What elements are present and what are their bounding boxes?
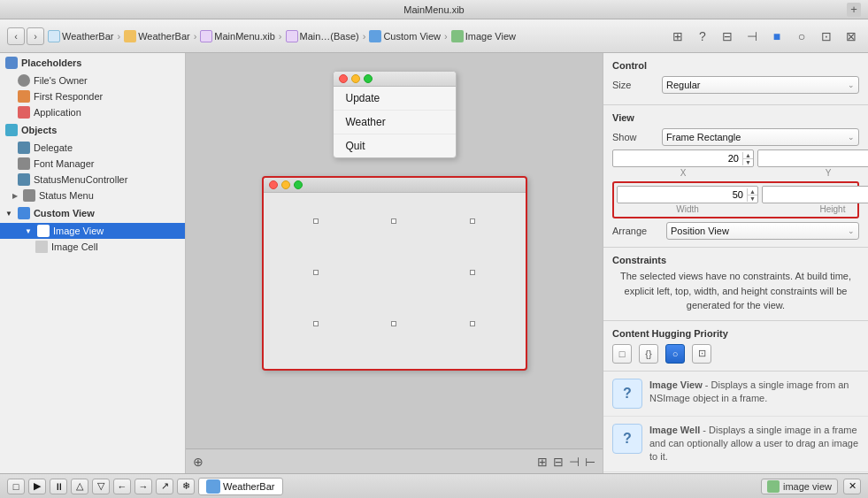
breadcrumb-image-view[interactable]: Image View [451,30,516,42]
sidebar-item-first-responder[interactable]: First Responder [0,88,185,104]
weatherbar-app-label[interactable]: WeatherBar [198,478,283,495]
toolbar-layout-button[interactable]: ⊟ [718,27,737,46]
catalog-image-well-desc: Image Well - Displays a single image in … [649,424,859,464]
size-select[interactable]: Regular ⌄ [662,76,859,94]
sidebar-item-font-manager[interactable]: Font Manager [0,156,185,172]
nav-forward-button[interactable]: › [27,27,44,45]
objects-label: Objects [21,125,57,135]
folder-icon [124,30,136,42]
statusbar-btn-1[interactable]: □ [7,479,25,494]
breadcrumb-label: Image View [465,31,516,42]
sidebar-item-delegate[interactable]: Delegate [0,140,185,156]
statusbar-btn-6[interactable]: ← [113,479,131,494]
height-input[interactable] [763,189,868,200]
breadcrumb-weatherbar-folder[interactable]: WeatherBar [124,30,190,42]
x-group: ▲ ▼ X [612,149,754,178]
close-dot[interactable] [339,74,348,83]
resize-handle-ml[interactable] [313,270,319,275]
show-value: Frame Rectangle [666,132,741,142]
custom-view-label: Custom View [34,208,95,218]
toolbar-box-button[interactable]: ⊠ [841,27,861,46]
breadcrumb-mainmenu-xib[interactable]: MainMenu.xib [200,30,274,42]
resize-handle-center [391,270,396,275]
max-dot[interactable] [364,74,373,83]
x-stepper: ▲ ▼ [742,152,753,165]
add-tab-button[interactable]: + [847,3,861,17]
delegate-icon [18,142,30,154]
width-input[interactable] [618,189,747,200]
y-label: Y [757,168,868,178]
sidebar-group-status-menu[interactable]: ▶ Status Menu [0,188,185,203]
resize-handle-tc[interactable] [391,218,396,224]
width-stepper-up[interactable]: ▲ [748,188,757,195]
catalog-item-image-well[interactable]: ? Image Well - Displays a single image i… [603,417,868,472]
toolbar-grid2-button[interactable]: ⊡ [817,27,836,46]
menu-item-quit[interactable]: Quit [334,134,456,157]
hug-icon-curly[interactable]: {} [639,344,658,364]
breadcrumb-main-base[interactable]: Main…(Base) [286,30,359,42]
toolbar-help-button[interactable]: ? [693,27,712,46]
toolbar-grid-button[interactable]: ⊞ [668,27,687,46]
close-dot2[interactable] [269,180,278,189]
x-stepper-up[interactable]: ▲ [743,152,753,159]
x-stepper-down[interactable]: ▼ [743,159,753,165]
hug-icon-rect[interactable]: □ [612,344,632,364]
resize-handle-tr[interactable] [470,218,475,224]
statusbar-btn-8[interactable]: ↗ [156,479,173,494]
sidebar-item-status-menu-controller[interactable]: StatusMenuController [0,172,185,188]
image-view-sidebar-icon [37,225,50,237]
nav-back-button[interactable]: ‹ [7,27,25,45]
min-dot2[interactable] [281,180,290,189]
collapse-button[interactable]: ⊢ [585,455,595,469]
resize-handle-br[interactable] [470,321,475,326]
resize-handle-tl[interactable] [313,218,319,224]
toolbar-circle-button[interactable]: ○ [792,27,811,46]
breadcrumb-label: WeatherBar [138,31,190,42]
add-object-button[interactable]: ⊕ [193,455,204,469]
statusbar-btn-3[interactable]: ⏸ [50,479,67,494]
sidebar-item-files-owner[interactable]: File's Owner [0,73,185,88]
min-dot[interactable] [351,74,360,83]
hug-icon-grid[interactable]: ⊡ [692,344,711,364]
max-dot2[interactable] [294,180,303,189]
breadcrumb-label: WeatherBar [62,31,114,42]
breadcrumb-weatherbar-xib[interactable]: WeatherBar [48,30,114,42]
statusbar-btn-2[interactable]: ▶ [28,479,46,494]
statusbar-btn-4[interactable]: △ [71,479,88,494]
resize-handle-mr[interactable] [470,270,475,275]
width-stepper-down[interactable]: ▼ [748,195,757,202]
toolbar-highlight-button[interactable]: ■ [767,27,787,46]
catalog-item-image-view[interactable]: ? Image View - Displays a single image f… [603,372,868,417]
breadcrumb-custom-view[interactable]: Custom View [369,30,441,42]
hug-icon-circle[interactable]: ○ [665,344,685,364]
statusbar-btn-9[interactable]: ❄ [177,479,195,494]
resize-handle-bl[interactable] [313,321,319,326]
expand-button[interactable]: ⊣ [569,455,580,469]
objects-header: Objects [0,120,185,140]
resize-handle-bc[interactable] [391,321,396,326]
breadcrumb-label: Main…(Base) [300,31,359,42]
question-icon: ? [623,431,632,447]
breadcrumb-label: MainMenu.xib [214,31,274,42]
width-label: Width [617,204,758,214]
arrange-select[interactable]: Position View ⌄ [666,222,859,240]
statusbar-btn-5[interactable]: ▽ [92,479,110,494]
x-input[interactable] [613,153,742,164]
menu-item-update[interactable]: Update [334,87,456,111]
show-select[interactable]: Frame Rectangle ⌄ [662,128,859,146]
sidebar-item-image-view[interactable]: ▼ Image View [0,223,185,239]
grid-view-button[interactable]: ⊞ [537,455,548,469]
status-view-label[interactable]: image view [761,479,838,494]
chevron-down-icon: ⌄ [848,133,855,142]
y-group: ▲ ▼ Y [757,149,868,178]
menu-item-weather[interactable]: Weather [334,111,456,134]
y-input[interactable] [758,153,868,164]
sidebar-item-label: Application [34,107,81,118]
expand-triangle-icon: ▶ [12,192,18,200]
toolbar-left-button[interactable]: ⊣ [742,27,762,46]
sidebar-item-application[interactable]: Application [0,104,185,120]
list-view-button[interactable]: ⊟ [553,455,564,469]
sidebar-item-image-cell[interactable]: Image Cell [0,239,185,255]
statusbar-btn-7[interactable]: → [134,479,152,494]
status-close-button[interactable]: ✕ [843,479,861,494]
